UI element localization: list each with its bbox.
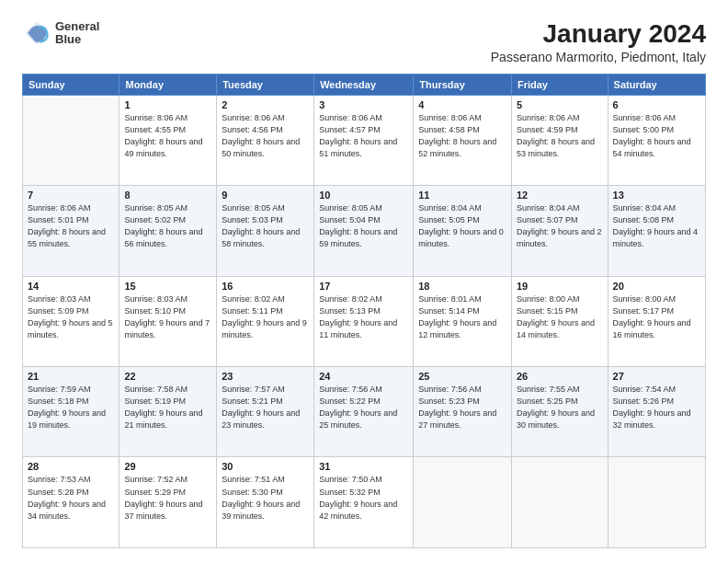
calendar-cell: 10 Sunrise: 8:05 AMSunset: 5:04 PMDaylig… xyxy=(314,186,414,276)
page-title: January 2024 xyxy=(491,18,706,50)
day-info: Sunrise: 8:03 AMSunset: 5:09 PMDaylight:… xyxy=(28,294,113,339)
day-info: Sunrise: 8:03 AMSunset: 5:10 PMDaylight:… xyxy=(124,294,210,339)
day-info: Sunrise: 8:06 AMSunset: 4:56 PMDaylight:… xyxy=(222,113,300,158)
day-info: Sunrise: 7:58 AMSunset: 5:19 PMDaylight:… xyxy=(124,385,202,430)
day-info: Sunrise: 8:05 AMSunset: 5:02 PMDaylight:… xyxy=(124,203,202,248)
calendar-cell: 24 Sunrise: 7:56 AMSunset: 5:22 PMDaylig… xyxy=(314,367,414,457)
calendar-cell: 20 Sunrise: 8:00 AMSunset: 5:17 PMDaylig… xyxy=(608,276,705,366)
calendar-cell: 25 Sunrise: 7:56 AMSunset: 5:23 PMDaylig… xyxy=(414,367,512,457)
day-info: Sunrise: 7:53 AMSunset: 5:28 PMDaylight:… xyxy=(28,475,106,520)
calendar-cell: 30 Sunrise: 7:51 AMSunset: 5:30 PMDaylig… xyxy=(217,457,314,548)
header-day-sunday: Sunday xyxy=(23,74,119,95)
day-number: 29 xyxy=(124,461,211,472)
day-number: 10 xyxy=(319,190,408,201)
day-info: Sunrise: 7:54 AMSunset: 5:26 PMDaylight:… xyxy=(613,385,691,430)
calendar-cell: 22 Sunrise: 7:58 AMSunset: 5:19 PMDaylig… xyxy=(119,367,217,457)
page: General Blue January 2024 Passerano Marm… xyxy=(0,0,728,563)
day-info: Sunrise: 8:06 AMSunset: 5:00 PMDaylight:… xyxy=(613,113,691,158)
day-info: Sunrise: 7:55 AMSunset: 5:25 PMDaylight:… xyxy=(517,385,595,430)
day-number: 15 xyxy=(124,281,211,292)
header-day-monday: Monday xyxy=(119,74,217,95)
calendar-cell: 29 Sunrise: 7:52 AMSunset: 5:29 PMDaylig… xyxy=(119,457,217,548)
day-number: 4 xyxy=(418,99,506,110)
day-number: 26 xyxy=(517,371,603,382)
calendar-cell: 31 Sunrise: 7:50 AMSunset: 5:32 PMDaylig… xyxy=(314,457,414,548)
calendar-cell: 13 Sunrise: 8:04 AMSunset: 5:08 PMDaylig… xyxy=(608,186,705,276)
calendar-cell xyxy=(608,457,705,548)
day-info: Sunrise: 8:06 AMSunset: 5:01 PMDaylight:… xyxy=(28,203,106,248)
day-number: 18 xyxy=(418,281,506,292)
day-info: Sunrise: 7:56 AMSunset: 5:23 PMDaylight:… xyxy=(418,385,496,430)
day-number: 28 xyxy=(28,461,114,472)
header-day-friday: Friday xyxy=(511,74,608,95)
logo-icon xyxy=(22,18,51,48)
day-info: Sunrise: 8:06 AMSunset: 4:55 PMDaylight:… xyxy=(124,113,202,158)
calendar-cell: 26 Sunrise: 7:55 AMSunset: 5:25 PMDaylig… xyxy=(511,367,608,457)
week-row-3: 21 Sunrise: 7:59 AMSunset: 5:18 PMDaylig… xyxy=(23,367,706,457)
day-info: Sunrise: 7:52 AMSunset: 5:29 PMDaylight:… xyxy=(124,475,202,520)
day-number: 2 xyxy=(222,99,309,110)
week-row-4: 28 Sunrise: 7:53 AMSunset: 5:28 PMDaylig… xyxy=(23,457,706,548)
day-number: 12 xyxy=(517,190,603,201)
calendar-cell: 11 Sunrise: 8:04 AMSunset: 5:05 PMDaylig… xyxy=(414,186,512,276)
day-number: 19 xyxy=(517,281,603,292)
week-row-2: 14 Sunrise: 8:03 AMSunset: 5:09 PMDaylig… xyxy=(23,276,706,366)
calendar-cell: 7 Sunrise: 8:06 AMSunset: 5:01 PMDayligh… xyxy=(23,186,119,276)
day-number: 5 xyxy=(517,99,603,110)
calendar-cell: 1 Sunrise: 8:06 AMSunset: 4:55 PMDayligh… xyxy=(119,95,217,185)
header: General Blue January 2024 Passerano Marm… xyxy=(22,18,706,64)
day-info: Sunrise: 8:00 AMSunset: 5:15 PMDaylight:… xyxy=(517,294,595,339)
header-day-thursday: Thursday xyxy=(414,74,512,95)
calendar-cell: 2 Sunrise: 8:06 AMSunset: 4:56 PMDayligh… xyxy=(217,95,314,185)
calendar-cell: 5 Sunrise: 8:06 AMSunset: 4:59 PMDayligh… xyxy=(511,95,608,185)
day-number: 8 xyxy=(124,190,211,201)
day-info: Sunrise: 8:06 AMSunset: 4:58 PMDaylight:… xyxy=(418,113,496,158)
day-info: Sunrise: 8:04 AMSunset: 5:05 PMDaylight:… xyxy=(418,203,504,248)
week-row-1: 7 Sunrise: 8:06 AMSunset: 5:01 PMDayligh… xyxy=(23,186,706,276)
day-number: 27 xyxy=(613,371,700,382)
day-info: Sunrise: 7:59 AMSunset: 5:18 PMDaylight:… xyxy=(28,385,106,430)
day-number: 24 xyxy=(319,371,408,382)
day-number: 9 xyxy=(222,190,309,201)
calendar-cell: 23 Sunrise: 7:57 AMSunset: 5:21 PMDaylig… xyxy=(217,367,314,457)
calendar-cell: 28 Sunrise: 7:53 AMSunset: 5:28 PMDaylig… xyxy=(23,457,119,548)
page-subtitle: Passerano Marmorito, Piedmont, Italy xyxy=(491,50,706,64)
day-number: 17 xyxy=(319,281,408,292)
day-number: 25 xyxy=(418,371,506,382)
day-info: Sunrise: 8:05 AMSunset: 5:04 PMDaylight:… xyxy=(319,203,397,248)
week-row-0: 1 Sunrise: 8:06 AMSunset: 4:55 PMDayligh… xyxy=(23,95,706,185)
calendar-cell: 3 Sunrise: 8:06 AMSunset: 4:57 PMDayligh… xyxy=(314,95,414,185)
calendar-cell: 14 Sunrise: 8:03 AMSunset: 5:09 PMDaylig… xyxy=(23,276,119,366)
calendar-cell xyxy=(511,457,608,548)
calendar-cell xyxy=(23,95,119,185)
day-number: 13 xyxy=(613,190,700,201)
calendar-cell: 17 Sunrise: 8:02 AMSunset: 5:13 PMDaylig… xyxy=(314,276,414,366)
day-info: Sunrise: 8:00 AMSunset: 5:17 PMDaylight:… xyxy=(613,294,691,339)
day-number: 14 xyxy=(28,281,114,292)
logo-text: General Blue xyxy=(55,20,99,47)
day-info: Sunrise: 8:06 AMSunset: 4:59 PMDaylight:… xyxy=(517,113,595,158)
day-number: 6 xyxy=(613,99,700,110)
day-info: Sunrise: 8:04 AMSunset: 5:08 PMDaylight:… xyxy=(613,203,699,248)
calendar-cell: 18 Sunrise: 8:01 AMSunset: 5:14 PMDaylig… xyxy=(414,276,512,366)
header-day-wednesday: Wednesday xyxy=(314,74,414,95)
day-info: Sunrise: 8:05 AMSunset: 5:03 PMDaylight:… xyxy=(222,203,300,248)
calendar-cell: 21 Sunrise: 7:59 AMSunset: 5:18 PMDaylig… xyxy=(23,367,119,457)
calendar-cell xyxy=(414,457,512,548)
day-number: 11 xyxy=(418,190,506,201)
day-info: Sunrise: 8:02 AMSunset: 5:11 PMDaylight:… xyxy=(222,294,307,339)
calendar-cell: 19 Sunrise: 8:00 AMSunset: 5:15 PMDaylig… xyxy=(511,276,608,366)
day-number: 23 xyxy=(222,371,309,382)
day-number: 20 xyxy=(613,281,700,292)
day-number: 3 xyxy=(319,99,408,110)
calendar-cell: 12 Sunrise: 8:04 AMSunset: 5:07 PMDaylig… xyxy=(511,186,608,276)
logo: General Blue xyxy=(22,18,99,48)
calendar-table: SundayMondayTuesdayWednesdayThursdayFrid… xyxy=(22,74,706,548)
day-info: Sunrise: 8:06 AMSunset: 4:57 PMDaylight:… xyxy=(319,113,397,158)
calendar-cell: 6 Sunrise: 8:06 AMSunset: 5:00 PMDayligh… xyxy=(608,95,705,185)
logo-line2: Blue xyxy=(55,33,99,46)
calendar-cell: 16 Sunrise: 8:02 AMSunset: 5:11 PMDaylig… xyxy=(217,276,314,366)
day-info: Sunrise: 8:01 AMSunset: 5:14 PMDaylight:… xyxy=(418,294,496,339)
day-info: Sunrise: 8:04 AMSunset: 5:07 PMDaylight:… xyxy=(517,203,602,248)
day-number: 1 xyxy=(124,99,211,110)
